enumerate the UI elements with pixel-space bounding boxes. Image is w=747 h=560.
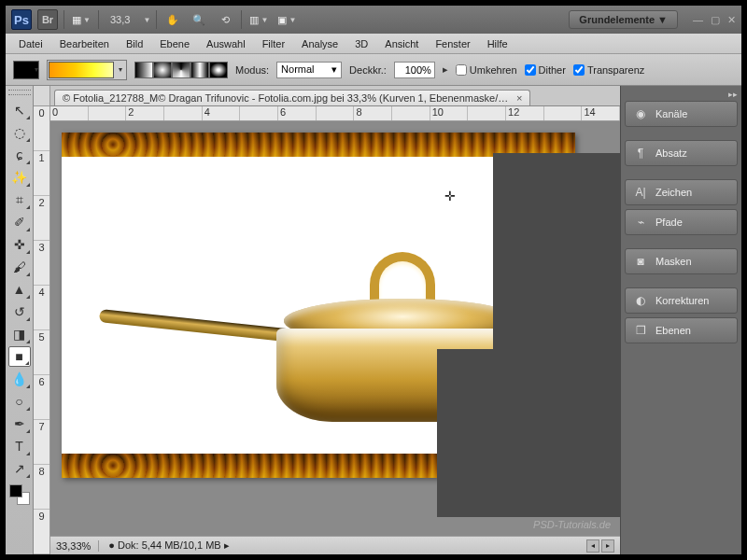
eraser-tool[interactable]: ◨ — [8, 324, 31, 344]
gradient-angle-button[interactable] — [172, 62, 190, 78]
layout-dropdown[interactable]: ▦▼ — [70, 11, 92, 28]
panel-dock: ▸▸ ◉Kanäle ¶Absatz A|Zeichen ⌁Pfade ◙Mas… — [620, 86, 741, 554]
dodge-tool[interactable]: ○ — [8, 391, 31, 412]
status-zoom[interactable]: 33,33% — [56, 540, 99, 552]
minimize-button[interactable]: — — [693, 14, 703, 26]
umkehren-label: Umkehren — [470, 64, 517, 76]
transparenz-checkbox[interactable]: Transparenz — [573, 64, 644, 76]
ruler-v-tick: 5 — [34, 330, 49, 375]
gradient-reflected-button[interactable] — [190, 62, 209, 78]
menu-datei[interactable]: Datei — [11, 36, 50, 51]
collapse-dock-icon[interactable]: ▸▸ — [728, 90, 738, 97]
menu-hilfe[interactable]: Hilfe — [480, 36, 515, 51]
eyedropper-tool[interactable]: ✐ — [8, 212, 31, 232]
ps-logo-icon: Ps — [11, 9, 32, 30]
workspace-label: Grundelemente — [579, 14, 655, 25]
menu-auswahl[interactable]: Auswahl — [199, 36, 253, 51]
marquee-tool[interactable]: ◌ — [8, 122, 31, 143]
dither-checkbox[interactable]: Dither — [525, 64, 566, 76]
tool-preset-picker[interactable]: ▪▾ — [13, 61, 39, 79]
gradient-diamond-button[interactable] — [209, 62, 228, 78]
gradient-radial-button[interactable] — [153, 62, 172, 78]
status-bar: 33,33% ● Dok: 5,44 MB/10,1 MB ▸ ◂▸ — [50, 536, 620, 554]
rotate-view-icon[interactable]: ⟲ — [215, 9, 235, 30]
panel-zeichen[interactable]: A|Zeichen — [625, 179, 738, 205]
ruler-h-tick — [89, 106, 127, 120]
stamp-tool[interactable]: ▲ — [8, 279, 31, 300]
modus-value: Normal — [281, 63, 314, 75]
gradient-type-group — [134, 62, 228, 78]
panel-label: Zeichen — [655, 187, 692, 198]
document-tab[interactable]: © Fotolia_212788_M© Dragan Trifunovic - … — [54, 90, 530, 105]
deckkr-flyout-icon[interactable]: ▸ — [443, 63, 448, 76]
brush-tool[interactable]: 🖌 — [8, 257, 31, 277]
zoom-icon[interactable]: 🔍 — [189, 9, 209, 30]
screen-mode-dropdown[interactable]: ▣▼ — [275, 11, 298, 28]
menu-bearbeiten[interactable]: Bearbeiten — [52, 36, 117, 51]
main-menu: Datei Bearbeiten Bild Ebene Auswahl Filt… — [6, 34, 741, 54]
menu-ansicht[interactable]: Ansicht — [377, 36, 426, 51]
deckkr-input[interactable] — [394, 62, 435, 78]
status-doc-info[interactable]: ● Dok: 5,44 MB/10,1 MB ▸ — [108, 539, 229, 552]
crop-tool[interactable]: ⌗ — [8, 189, 31, 210]
ruler-h-tick — [392, 106, 430, 120]
watermark: PSD-Tutorials.de — [533, 519, 611, 530]
type-tool[interactable]: T — [8, 436, 31, 456]
ruler-h-tick — [164, 106, 203, 120]
gradient-linear-button[interactable] — [134, 62, 153, 78]
close-tab-icon[interactable]: × — [516, 92, 522, 104]
ruler-h-tick: 0 — [50, 106, 89, 120]
panel-pfade[interactable]: ⌁Pfade — [625, 209, 738, 235]
toolbox-grip[interactable] — [8, 90, 31, 95]
zoom-display[interactable]: 33,3 — [105, 14, 135, 25]
bridge-icon[interactable]: Br — [37, 9, 58, 30]
ruler-h-tick: 8 — [354, 106, 392, 120]
character-icon: A| — [633, 185, 648, 200]
ruler-v-tick: 7 — [34, 420, 49, 465]
lasso-tool[interactable]: ɕ — [8, 145, 31, 165]
panel-kanaele[interactable]: ◉Kanäle — [625, 101, 738, 127]
blur-tool[interactable]: 💧 — [8, 369, 31, 389]
wand-tool[interactable]: ✨ — [8, 167, 31, 188]
path-select-tool[interactable]: ↗ — [8, 458, 31, 479]
gradient-tool[interactable]: ■ — [8, 346, 31, 367]
ruler-h-tick: 14 — [582, 106, 620, 120]
panel-label: Korrekturen — [655, 295, 709, 306]
umkehren-checkbox[interactable]: Umkehren — [456, 64, 517, 76]
menu-ebene[interactable]: Ebene — [152, 36, 197, 51]
menu-analyse[interactable]: Analyse — [294, 36, 345, 51]
menu-fenster[interactable]: Fenster — [428, 36, 477, 51]
pen-tool[interactable]: ✒ — [8, 413, 31, 434]
arrange-dropdown[interactable]: ▥▼ — [247, 11, 270, 28]
masks-icon: ◙ — [633, 254, 648, 269]
gradient-preview[interactable] — [49, 62, 114, 78]
panel-absatz[interactable]: ¶Absatz — [625, 140, 738, 166]
ruler-h-tick: 10 — [430, 106, 469, 120]
canvas[interactable]: ✛ — [62, 133, 575, 478]
healing-tool[interactable]: ✜ — [8, 234, 31, 255]
canvas-viewport[interactable]: ✛ PSD-Tutorials.de — [50, 121, 620, 536]
horizontal-scrollbar[interactable]: ◂▸ — [586, 539, 614, 553]
close-button[interactable]: ✕ — [727, 14, 736, 26]
panel-label: Pfade — [655, 217, 683, 228]
menu-bild[interactable]: Bild — [119, 36, 150, 51]
menu-filter[interactable]: Filter — [255, 36, 292, 51]
mask-overlay — [437, 349, 620, 517]
ruler-origin[interactable] — [34, 86, 49, 106]
ruler-h-tick: 4 — [203, 106, 241, 120]
move-tool[interactable]: ↖ — [8, 100, 31, 120]
history-brush-tool[interactable]: ↺ — [8, 301, 31, 322]
hand-icon[interactable]: ✋ — [162, 9, 183, 30]
panel-masken[interactable]: ◙Masken — [625, 248, 738, 274]
menu-3d[interactable]: 3D — [347, 36, 375, 51]
modus-select[interactable]: Normal▾ — [276, 62, 342, 78]
panel-ebenen[interactable]: ❒Ebenen — [625, 317, 738, 343]
workspace-selector[interactable]: Grundelemente ▼ — [569, 10, 678, 29]
color-swatches[interactable] — [9, 484, 30, 505]
application-bar: Ps Br ▦▼ 33,3▼ ✋ 🔍 ⟲ ▥▼ ▣▼ Grundelemente… — [6, 6, 741, 34]
ruler-v-tick: 6 — [34, 375, 49, 420]
ruler-v-tick: 3 — [34, 241, 49, 286]
panel-korrekturen[interactable]: ◐Korrekturen — [625, 287, 738, 314]
transparenz-label: Transparenz — [587, 64, 644, 76]
maximize-button[interactable]: ▢ — [711, 14, 720, 26]
